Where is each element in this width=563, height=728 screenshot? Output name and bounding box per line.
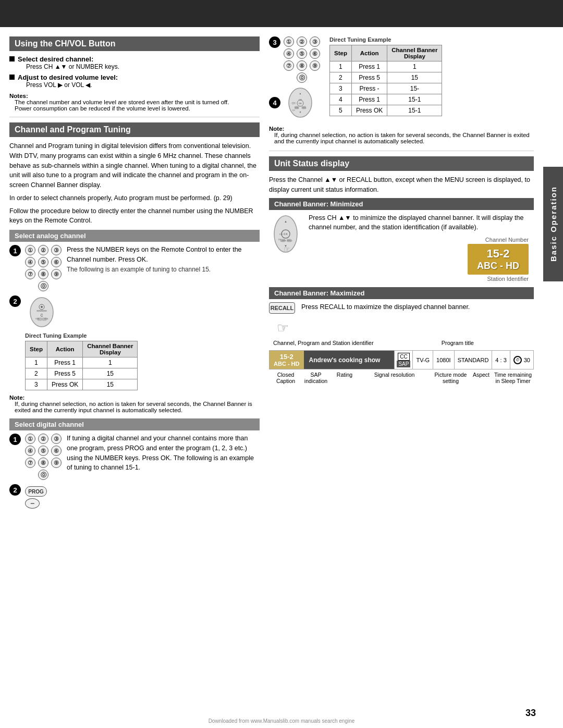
r-num-2: ② (297, 36, 307, 47)
svg-text:CH: CH (292, 109, 295, 112)
minimized-body: Press CH ▲▼ to minimize the displayed ch… (309, 213, 534, 233)
maximized-title: Channel Banner: Maximized (269, 287, 534, 299)
svg-point-2 (41, 306, 43, 308)
d-table-step: Step (330, 45, 352, 61)
maximized-section: Channel Banner: Maximized RECALL ☞ Press… (269, 287, 534, 384)
right-num-grid: ① ② ③ ④ ⑤ ⑥ ⑦ ⑧ ⑨ ⓪ (284, 36, 321, 83)
r-num-4: ④ (284, 48, 294, 59)
svg-text:CH: CH (291, 102, 296, 105)
num-key-3: ③ (51, 245, 62, 255)
table-header-step: Step (26, 341, 47, 357)
right-step-4: 4 (269, 97, 280, 108)
svg-text:VOL: VOL (35, 317, 40, 320)
analog-step2-content: OK VOL VOL Direct Tuning Example (25, 295, 138, 390)
table-row: 5Press OK15-1 (330, 105, 442, 116)
digital-step1-text: If tuning a digital channel and your cha… (67, 434, 260, 473)
r-num-7: ⑦ (284, 60, 294, 71)
label-sap: SAP indication (300, 372, 332, 384)
minimized-remote-svg: ▲ CH O.K ◁VOL VOL▷ ▼ CH ☞ (269, 213, 302, 255)
d-num-key-7: ⑦ (25, 458, 35, 468)
right-steps-container: 3 ① ② ③ ④ ⑤ ⑥ ⑦ ⑧ ⑨ ⓪ (269, 36, 321, 119)
right-step-3: 3 (269, 36, 280, 48)
analog-step1-sub: The following is an example of tuning to… (67, 265, 260, 274)
svg-text:◁VOL: ◁VOL (281, 240, 286, 242)
minimized-title: Channel Banner: Minimized (269, 198, 534, 210)
bullet-volume-label: Adjust to desired volume level: (18, 73, 118, 81)
recall-key: RECALL (269, 302, 295, 314)
table-header-action: Action (47, 341, 82, 357)
digital-right-note-text: If, during channel selection, no action … (269, 132, 534, 144)
r-num-9: ⑨ (310, 60, 320, 71)
num-key-9: ⑨ (51, 269, 62, 279)
svg-rect-3 (36, 310, 47, 312)
bullet-select-label: Select desired channel: (18, 55, 93, 63)
num-key-5: ⑤ (38, 257, 48, 267)
d-num-key-3: ③ (51, 434, 62, 444)
d-num-key-2: ② (38, 434, 48, 444)
num-key-6: ⑥ (51, 257, 62, 267)
r-num-3: ③ (310, 36, 320, 47)
cc-label: CC (398, 353, 409, 361)
divider-right (269, 151, 534, 151)
minimized-remote-area: ▲ CH O.K ◁VOL VOL▷ ▼ CH ☞ (269, 213, 302, 282)
num-key-2: ② (38, 245, 48, 255)
program-title-label: Program title (442, 340, 474, 346)
label-closed-caption: Closed Caption (271, 372, 300, 384)
d-num-key-4: ④ (25, 446, 35, 456)
channel-tuning-title: Channel and Program Tuning (9, 122, 260, 137)
svg-text:☞: ☞ (284, 245, 290, 253)
status-channel-num: 15-2 (280, 353, 293, 361)
analog-note-text: If, during channel selection, no action … (9, 401, 260, 413)
ch-vol-title: Using the CH/VOL Button (9, 36, 260, 51)
side-tab: Basic Operation (543, 167, 563, 281)
tuning-body2: In order to select channels properly, Au… (9, 193, 260, 203)
label-picture-mode: Signal resolution (358, 372, 431, 384)
status-title: Andrew's cooking show (304, 351, 395, 369)
r-num-0: ⓪ (297, 72, 307, 83)
analog-note: Note: If, during channel selection, no a… (9, 394, 260, 413)
digital-step-num-1: 1 (9, 434, 21, 445)
page-number: 33 (525, 708, 536, 719)
download-text: Downloaded from www.Manualslib.com manua… (209, 718, 355, 724)
channel-banner-name: ABC - HD (477, 261, 519, 272)
table-row: 2Press 515 (330, 72, 442, 83)
svg-text:VOL: VOL (295, 107, 299, 109)
label-rating: Rating (332, 372, 358, 384)
status-time-value: 30 (524, 357, 530, 363)
digital-tune-table: Step Action Channel BannerDisplay 1Press… (329, 45, 442, 116)
remote-illus-right: ▲ CH CH OK VOL VOL ▼ CH (284, 86, 317, 119)
d-table-action: Action (351, 45, 387, 61)
num-key-8: ⑧ (38, 269, 48, 279)
analog-step2-row: 2 OK VOL (9, 295, 260, 390)
bullet-square-icon2 (9, 75, 15, 80)
status-cc: CC SAP (394, 351, 412, 369)
analog-step1-row: 1 ① ② ③ ④ ⑤ ⑥ ⑦ ⑧ ⑨ (9, 245, 260, 291)
svg-text:VOL▷: VOL▷ (287, 240, 293, 242)
unit-status-section: Unit Status display Press the Channel ▲▼… (269, 156, 534, 384)
table-row: 1Press 11 (330, 61, 442, 72)
digital-num-grid-inner: ① ② ③ ④ ⑤ ⑥ ⑦ ⑧ ⑨ ⓪ (25, 434, 63, 480)
status-rating: TV-G (412, 351, 433, 369)
svg-text:VOL: VOL (302, 107, 306, 109)
digital-step-num-2: 2 (9, 484, 21, 496)
label-aspect: Aspect (470, 372, 492, 384)
digital-tune-table-container: Direct Tuning Example Step Action Channe… (329, 36, 442, 119)
maximized-text: Press RECALL to maximize the displayed c… (301, 302, 470, 336)
digital-right-note-title: Note: (269, 126, 534, 132)
num-key-7: ⑦ (25, 269, 35, 279)
svg-text:OK: OK (40, 314, 44, 317)
digital-step1-row: 1 ① ② ③ ④ ⑤ ⑥ ⑦ ⑧ ⑨ ⓪ (9, 434, 260, 480)
table-header-display: Channel BannerDisplay (83, 341, 138, 357)
channel-banner-number: 15-2 (477, 247, 519, 261)
digital-num-grid: ① ② ③ ④ ⑤ ⑥ ⑦ ⑧ ⑨ ⓪ (25, 434, 63, 480)
maximized-content: RECALL ☞ Press RECALL to maximize the di… (269, 302, 534, 336)
analog-tune-table: Step Action Channel BannerDisplay 1Press… (25, 341, 138, 390)
note1: The channel number and volume level are … (9, 99, 260, 105)
channel-number-label: Channel Number (485, 237, 529, 243)
top-bar (0, 0, 563, 27)
status-channel-name: ABC - HD (274, 361, 300, 367)
status-time: ⏱ 30 (510, 351, 533, 369)
table-row: 1Press 11 (26, 357, 138, 368)
right-step4-row: 4 ▲ CH CH OK VOL VOL ▼ CH (269, 86, 321, 119)
d-table-display: Channel BannerDisplay (387, 45, 442, 61)
